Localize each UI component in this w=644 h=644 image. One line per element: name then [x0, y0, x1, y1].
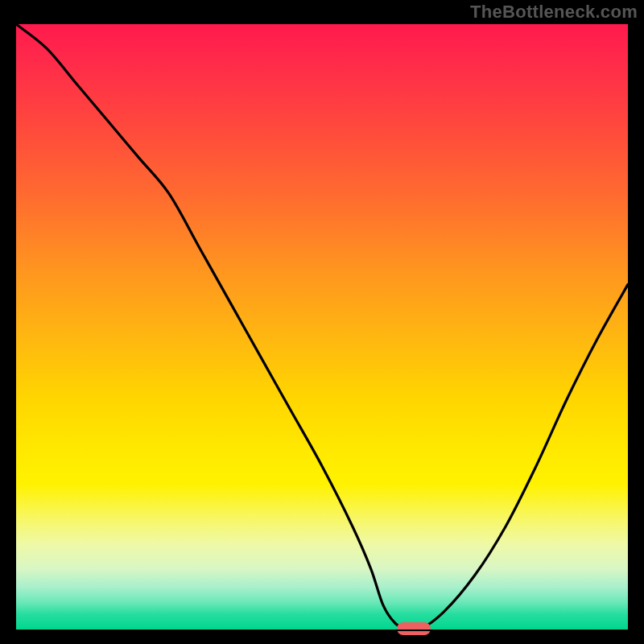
plot-area — [16, 24, 628, 630]
watermark-text: TheBottleneck.com — [470, 2, 638, 23]
chart-frame: TheBottleneck.com — [0, 0, 644, 644]
bottleneck-curve — [16, 24, 628, 630]
curve-path — [16, 24, 628, 631]
optimum-marker — [397, 622, 431, 635]
x-axis-baseline — [16, 630, 628, 631]
